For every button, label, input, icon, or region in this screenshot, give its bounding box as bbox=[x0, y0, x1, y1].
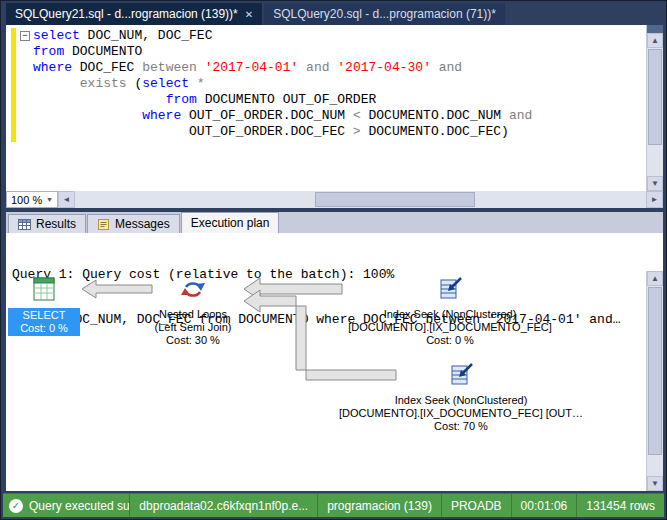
code-line[interactable]: OUT_OF_ORDER.DOC_FEC > DOCUMENTO.DOC_FEC… bbox=[33, 124, 643, 140]
status-row-count: 131454 rows bbox=[576, 494, 664, 517]
status-message: Query executed succe... bbox=[29, 499, 129, 513]
sql-code[interactable]: select DOC_NUM, DOC_FECfrom DOCUMENTOwhe… bbox=[33, 28, 643, 140]
plan-node-index-seek-bottom[interactable]: Index Seek (NonClustered) [DOCUMENTO].[I… bbox=[336, 361, 586, 433]
plan-vertical-scrollbar[interactable]: ▲ ▼ bbox=[646, 271, 663, 491]
results-tab-bar: Results Messages Execution plan bbox=[6, 212, 663, 233]
code-line[interactable]: from DOCUMENTO bbox=[33, 44, 643, 60]
scroll-up-icon[interactable]: ▲ bbox=[647, 33, 663, 48]
tab-execution-plan[interactable]: Execution plan bbox=[181, 212, 280, 233]
scroll-left-icon[interactable]: ◄ bbox=[58, 191, 75, 208]
index-seek-icon bbox=[447, 361, 475, 389]
plan-node-nested-loops[interactable]: Nested Loops (Left Semi Join) Cost: 30 % bbox=[137, 275, 249, 347]
scrollbar-thumb[interactable] bbox=[315, 192, 475, 207]
tab-sqlquery20[interactable]: SQLQuery20.sql - d...programacion (71))* bbox=[264, 3, 505, 25]
results-grid-icon bbox=[18, 218, 31, 231]
change-tracking-bar bbox=[11, 28, 16, 142]
sql-editor[interactable]: − select DOC_NUM, DOC_FECfrom DOCUMENTOw… bbox=[6, 25, 663, 191]
scroll-down-icon[interactable]: ▼ bbox=[647, 176, 663, 191]
scroll-right-icon[interactable]: ► bbox=[646, 191, 663, 208]
node-title: SELECT bbox=[10, 309, 78, 322]
splitter-handle[interactable] bbox=[647, 25, 663, 33]
horizontal-scrollbar[interactable] bbox=[75, 191, 646, 208]
plan-canvas[interactable]: SELECT Cost: 0 % Nested Loops (Left Semi… bbox=[6, 269, 646, 491]
code-line[interactable]: exists (select * bbox=[33, 76, 643, 92]
messages-note-icon bbox=[97, 218, 110, 231]
tab-label: SQLQuery21.sql - d...rogramacion (139))* bbox=[15, 7, 238, 21]
tab-label: Execution plan bbox=[191, 216, 270, 230]
index-seek-icon bbox=[436, 275, 464, 303]
document-tab-bar: SQLQuery21.sql - d...rogramacion (139))*… bbox=[6, 3, 661, 25]
zoom-value: 100 % bbox=[11, 194, 42, 206]
chevron-down-icon: ▼ bbox=[46, 196, 53, 203]
status-database: PROADB bbox=[441, 494, 511, 517]
code-fold-collapse-icon[interactable]: − bbox=[20, 31, 30, 41]
ssms-window: SQLQuery21.sql - d...rogramacion (139))*… bbox=[0, 0, 667, 520]
plan-node-select[interactable]: SELECT Cost: 0 % bbox=[8, 275, 80, 336]
status-bar: ✓ Query executed succe... dbproadata02.c… bbox=[3, 493, 664, 517]
status-duration: 00:01:06 bbox=[511, 494, 577, 517]
tab-sqlquery21[interactable]: SQLQuery21.sql - d...rogramacion (139))*… bbox=[6, 3, 262, 25]
scrollbar-thumb[interactable] bbox=[648, 287, 662, 455]
node-subtitle: (Left Semi Join) bbox=[137, 321, 249, 334]
scroll-up-icon[interactable]: ▲ bbox=[647, 271, 663, 286]
tab-messages[interactable]: Messages bbox=[87, 214, 180, 233]
editor-bottom-bar: 100 % ▼ ◄ ► bbox=[6, 191, 663, 208]
close-icon[interactable]: ✕ bbox=[245, 9, 253, 20]
code-line[interactable]: where DOC_FEC between '2017-04-01' and '… bbox=[33, 60, 643, 76]
node-title: Index Seek (NonClustered) bbox=[336, 394, 586, 407]
tab-label: Results bbox=[36, 217, 76, 231]
scrollbar-thumb[interactable] bbox=[648, 49, 662, 145]
node-title: Index Seek (NonClustered) bbox=[344, 308, 556, 321]
code-line[interactable]: where OUT_OF_ORDER.DOC_NUM < DOCUMENTO.D… bbox=[33, 108, 643, 124]
execution-plan-pane: Query 1: Query cost (relative to the bat… bbox=[6, 233, 663, 491]
plan-node-label: SELECT Cost: 0 % bbox=[8, 308, 80, 336]
zoom-select[interactable]: 100 % ▼ bbox=[6, 191, 58, 208]
nested-loops-icon bbox=[179, 275, 207, 303]
code-line[interactable]: select DOC_NUM, DOC_FEC bbox=[33, 28, 643, 44]
editor-vertical-scrollbar[interactable]: ▲ ▼ bbox=[646, 25, 663, 191]
node-cost: Cost: 0 % bbox=[10, 322, 78, 335]
tab-label: Messages bbox=[115, 217, 170, 231]
node-title: Nested Loops bbox=[137, 308, 249, 321]
plan-node-index-seek-top[interactable]: Index Seek (NonClustered) [DOCUMENTO].[I… bbox=[344, 275, 556, 347]
node-object: [DOCUMENTO].[IX_DOCUMENTO_FEC] bbox=[344, 321, 556, 334]
select-result-icon bbox=[30, 275, 58, 303]
node-cost: Cost: 0 % bbox=[344, 334, 556, 347]
node-cost: Cost: 30 % bbox=[137, 334, 249, 347]
tab-label: SQLQuery20.sql - d...programacion (71))* bbox=[273, 7, 496, 21]
success-check-icon: ✓ bbox=[9, 499, 23, 513]
node-cost: Cost: 70 % bbox=[336, 420, 586, 433]
node-object: [DOCUMENTO].[IX_DOCUMENTO_FEC] [OUT… bbox=[336, 407, 586, 420]
code-line[interactable]: from DOCUMENTO OUT_OF_ORDER bbox=[33, 92, 643, 108]
scroll-down-icon[interactable]: ▼ bbox=[647, 476, 663, 491]
status-server: dbproadata02.c6kfxqn1nf0p.e... bbox=[129, 494, 317, 517]
status-login: programacion (139) bbox=[317, 494, 441, 517]
tab-results[interactable]: Results bbox=[8, 214, 86, 233]
